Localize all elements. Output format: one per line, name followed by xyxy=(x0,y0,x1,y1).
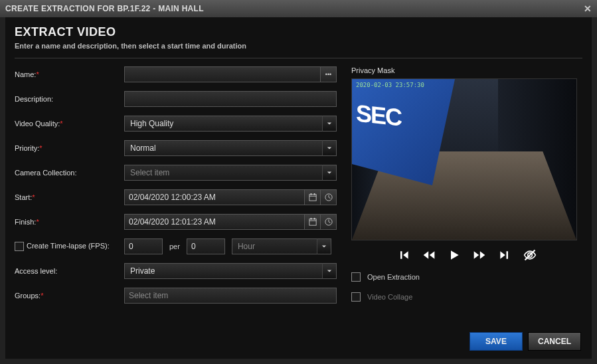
open-extraction-label: Open Extraction xyxy=(367,273,420,281)
access-level-label: Access level: xyxy=(15,267,124,275)
chevron-down-icon xyxy=(317,238,331,254)
play-button[interactable] xyxy=(448,248,461,262)
svg-line-6 xyxy=(329,197,331,199)
video-quality-label: Video Quality: xyxy=(15,120,60,128)
open-extraction-row: Open Extraction xyxy=(351,272,582,282)
name-label: Name: xyxy=(15,70,36,78)
required-marker: * xyxy=(36,70,39,78)
svg-rect-7 xyxy=(309,219,315,225)
start-input[interactable] xyxy=(124,189,305,205)
camera-collection-label: Camera Collection: xyxy=(15,169,124,177)
priority-value: Normal xyxy=(124,140,337,156)
name-lookup-button[interactable]: ••• xyxy=(321,66,337,82)
video-collage-checkbox[interactable] xyxy=(351,292,361,302)
chevron-down-icon xyxy=(322,165,337,181)
priority-select[interactable]: Normal xyxy=(124,140,337,156)
window-title: CREATE EXTRACTION FOR BP.1F.22 - MAIN HA… xyxy=(5,4,204,13)
rewind-button[interactable] xyxy=(422,248,436,262)
video-quality-value: High Quality xyxy=(124,116,337,132)
priority-label: Priority: xyxy=(15,144,39,152)
chevron-down-icon xyxy=(322,116,337,132)
open-extraction-checkbox[interactable] xyxy=(351,272,361,282)
close-icon[interactable]: ✕ xyxy=(584,3,592,14)
finish-label: Finish: xyxy=(15,218,36,226)
fast-forward-button[interactable] xyxy=(473,248,486,262)
svg-rect-9 xyxy=(310,218,311,220)
finish-input[interactable] xyxy=(124,214,305,230)
camera-collection-select[interactable]: Select item xyxy=(124,165,337,181)
description-input[interactable] xyxy=(124,91,337,107)
groups-input[interactable] xyxy=(124,288,337,304)
description-label: Description: xyxy=(15,95,124,103)
per-label: per xyxy=(163,242,187,250)
groups-label: Groups: xyxy=(15,292,41,300)
video-collage-row: Video Collage xyxy=(351,292,582,302)
chevron-down-icon xyxy=(322,263,337,279)
video-collage-label: Video Collage xyxy=(367,293,412,301)
privacy-mask-label: Privacy Mask xyxy=(351,66,582,74)
timelapse-label: Create Time-lapse (FPS): xyxy=(27,242,110,250)
svg-rect-2 xyxy=(310,193,311,195)
start-label: Start: xyxy=(15,193,32,201)
video-preview[interactable]: SEC 2020-02-03 23:57:30 xyxy=(351,78,577,240)
finish-date-button[interactable] xyxy=(305,214,321,230)
titlebar: CREATE EXTRACTION FOR BP.1F.22 - MAIN HA… xyxy=(0,0,597,17)
svg-rect-3 xyxy=(313,193,315,195)
skip-start-button[interactable] xyxy=(397,248,410,262)
page-sub: Enter a name and description, then selec… xyxy=(15,42,582,50)
start-date-button[interactable] xyxy=(305,189,321,205)
svg-rect-10 xyxy=(313,218,315,220)
privacy-mask-toggle-icon[interactable] xyxy=(523,248,537,262)
timelapse-frames-input[interactable] xyxy=(124,238,163,254)
access-level-select[interactable]: Private xyxy=(124,263,337,279)
svg-line-13 xyxy=(329,222,331,223)
page-title: EXTRACT VIDEO xyxy=(15,25,582,39)
skip-end-button[interactable] xyxy=(498,248,511,262)
preview-timestamp: 2020-02-03 23:57:30 xyxy=(356,82,424,88)
row-name: Name:* ••• xyxy=(15,66,337,82)
save-button[interactable]: SAVE xyxy=(469,332,523,351)
ellipsis-icon: ••• xyxy=(325,71,331,78)
timelapse-per-input[interactable] xyxy=(187,238,225,254)
video-quality-select[interactable]: High Quality xyxy=(124,116,337,132)
access-level-value: Private xyxy=(124,263,337,279)
start-time-button[interactable] xyxy=(321,189,337,205)
chevron-down-icon xyxy=(322,140,337,156)
svg-rect-0 xyxy=(309,195,315,201)
timelapse-unit-select[interactable]: Hour xyxy=(232,238,331,254)
timelapse-checkbox[interactable] xyxy=(15,242,24,251)
playback-controls xyxy=(351,248,582,262)
finish-time-button[interactable] xyxy=(321,214,337,230)
name-input[interactable] xyxy=(124,66,321,82)
cancel-button[interactable]: CANCEL xyxy=(528,332,581,351)
banner-text: SEC xyxy=(356,99,401,132)
camera-collection-value: Select item xyxy=(124,165,337,181)
